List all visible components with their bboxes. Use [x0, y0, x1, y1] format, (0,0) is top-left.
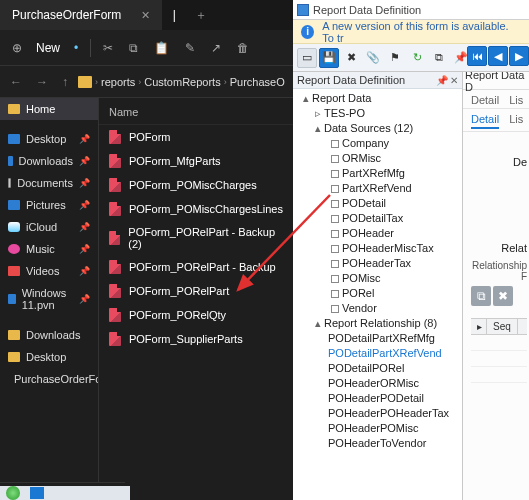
file-item[interactable]: POForm_SupplierParts [99, 327, 293, 351]
grid-row[interactable] [471, 351, 527, 367]
tree-rel-item[interactable]: PODetailPartXRefMfg [293, 331, 462, 346]
share-icon[interactable]: ↗ [205, 37, 227, 59]
sidebar-label: iCloud [26, 221, 57, 233]
tree-pin-icon[interactable]: 📌 [436, 75, 448, 86]
nav-next-icon[interactable]: ▶ [509, 46, 529, 66]
column-header-name[interactable]: Name [99, 98, 293, 125]
sidebar-item[interactable]: Videos📌 [0, 260, 98, 282]
tool-copy-icon[interactable]: ⧉ [429, 48, 449, 68]
tree-close-icon[interactable]: ✕ [450, 75, 458, 86]
tab-list[interactable]: Lis [509, 94, 523, 106]
tree-rel-item[interactable]: PODetailPartXRefVend [293, 346, 462, 361]
sidebar-item[interactable]: Downloads📌 [0, 150, 98, 172]
sidebar-item[interactable]: Documents📌 [0, 172, 98, 194]
taskbar-icon[interactable] [30, 487, 44, 499]
sidebar-item[interactable]: Desktop📌 [0, 128, 98, 150]
properties-panel: Report Data D Detail Lis Detail Lis De R… [463, 72, 529, 500]
file-item[interactable]: POForm_POMiscCharges [99, 173, 293, 197]
tree-ds-item[interactable]: POHeaderMiscTax [293, 241, 462, 256]
tree-ds-item[interactable]: ORMisc [293, 151, 462, 166]
tree-node[interactable]: ▹TES-PO [293, 106, 462, 121]
app-icon [297, 4, 309, 16]
sidebar-item[interactable]: Downloads [0, 324, 98, 346]
file-item[interactable]: POForm_PORelQty [99, 303, 293, 327]
close-tab-icon[interactable]: ✕ [141, 9, 150, 22]
sidebar-label: Downloads [26, 329, 80, 341]
file-item[interactable]: POForm [99, 125, 293, 149]
sidebar-item[interactable]: Pictures📌 [0, 194, 98, 216]
tree-ds-item[interactable]: PORel [293, 286, 462, 301]
sidebar-item[interactable]: Home [0, 98, 98, 120]
paste-icon[interactable]: 📋 [148, 37, 175, 59]
tool-new-icon[interactable]: ▭ [297, 48, 317, 68]
grid-row[interactable] [471, 367, 527, 383]
sidebar-item[interactable]: PurchaseOrderFo [0, 368, 98, 390]
tree-ds-item[interactable]: Vendor [293, 301, 462, 316]
sidebar-label: Music [26, 243, 55, 255]
tree-root[interactable]: ▴Report Data [293, 91, 462, 106]
tab-detail[interactable]: Detail [471, 94, 499, 106]
tool-action-icon[interactable]: ⚑ [385, 48, 405, 68]
sidebar-icon [8, 330, 20, 340]
crumb[interactable]: PurchaseO [230, 76, 285, 88]
sidebar-item[interactable]: Music📌 [0, 238, 98, 260]
new-tab-button[interactable]: ＋ [186, 7, 216, 24]
tree-ds-item[interactable]: POHeaderTax [293, 256, 462, 271]
pin-icon: 📌 [79, 134, 90, 144]
crumb[interactable]: reports [101, 76, 135, 88]
sidebar-item[interactable]: Desktop [0, 346, 98, 368]
tree-body[interactable]: ▴Report Data▹TES-PO▴Data Sources (12)Com… [293, 89, 462, 500]
new-label[interactable]: New [32, 41, 64, 55]
tab-detail-active[interactable]: Detail [471, 113, 499, 129]
file-item[interactable]: POForm_PORelPart [99, 279, 293, 303]
file-item[interactable]: POForm_PORelPart - Backup (2) [99, 221, 293, 255]
tree-rel-item[interactable]: POHeaderPOMisc [293, 421, 462, 436]
tab-list-2[interactable]: Lis [509, 113, 523, 129]
rel-delete-icon[interactable]: ✖ [493, 286, 513, 306]
nav-back-icon[interactable]: ← [6, 75, 26, 89]
grid-col-seq[interactable]: Seq [487, 319, 518, 334]
tree-rel-item[interactable]: POHeaderORMisc [293, 376, 462, 391]
explorer-filelist: Name POFormPOForm_MfgPartsPOForm_POMiscC… [99, 98, 293, 500]
file-item[interactable]: POForm_PORelPart - Backup [99, 255, 293, 279]
tool-refresh-icon[interactable]: ↻ [407, 48, 427, 68]
nav-prev-icon[interactable]: ◀ [488, 46, 508, 66]
cut-icon[interactable]: ✂ [97, 37, 119, 59]
tree-datasources[interactable]: ▴Data Sources (12) [293, 121, 462, 136]
rename-icon[interactable]: ✎ [179, 37, 201, 59]
tree-rel-item[interactable]: POHeaderPODetail [293, 391, 462, 406]
tool-delete-icon[interactable]: ✖ [341, 48, 361, 68]
explorer-tab[interactable]: PurchaseOrderForm ✕ [0, 0, 162, 30]
tree-ds-item[interactable]: PODetail [293, 196, 462, 211]
file-item[interactable]: POForm_POMiscChargesLines [99, 197, 293, 221]
tree-rel-item[interactable]: PODetailPORel [293, 361, 462, 376]
tree-ds-item[interactable]: POMisc [293, 271, 462, 286]
tree-ds-item[interactable]: Company [293, 136, 462, 151]
crumb[interactable]: CustomReports [144, 76, 220, 88]
grid-row-selector[interactable]: ▸ [471, 319, 487, 334]
tree-rel-item[interactable]: POHeaderPOHeaderTax [293, 406, 462, 421]
file-item[interactable]: POForm_MfgParts [99, 149, 293, 173]
tree-rel-item[interactable]: POHeaderToVendor [293, 436, 462, 451]
tree-ds-item[interactable]: PODetailTax [293, 211, 462, 226]
tool-attach-icon[interactable]: 📎 [363, 48, 383, 68]
banner-text: A new version of this form is available.… [322, 20, 521, 44]
rel-copy-icon[interactable]: ⧉ [471, 286, 491, 306]
tree-ds-item[interactable]: POHeader [293, 226, 462, 241]
tree-ds-item[interactable]: PartXRefMfg [293, 166, 462, 181]
tree-relationships[interactable]: ▴Report Relationship (8) [293, 316, 462, 331]
tool-save-icon[interactable]: 💾 [319, 48, 339, 68]
grid-row[interactable] [471, 335, 527, 351]
update-banner[interactable]: i A new version of this form is availabl… [293, 20, 529, 44]
delete-icon[interactable]: 🗑 [231, 37, 255, 59]
nav-first-icon[interactable]: ⏮ [467, 46, 487, 66]
nav-forward-icon[interactable]: → [32, 75, 52, 89]
tree-ds-item[interactable]: PartXRefVend [293, 181, 462, 196]
sidebar-item[interactable]: Windows 11.pvn📌 [0, 282, 98, 316]
breadcrumb[interactable]: › reports › CustomReports › PurchaseO [78, 76, 285, 88]
nav-up-icon[interactable]: ↑ [58, 75, 72, 89]
new-button[interactable]: ⊕ [6, 37, 28, 59]
sidebar-item[interactable]: iCloud📌 [0, 216, 98, 238]
taskbar-icon[interactable] [6, 486, 20, 500]
copy-icon[interactable]: ⧉ [123, 37, 144, 59]
